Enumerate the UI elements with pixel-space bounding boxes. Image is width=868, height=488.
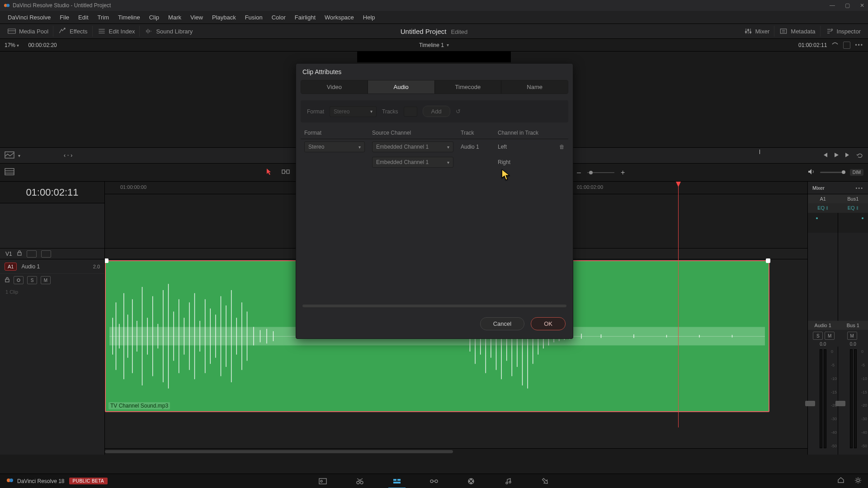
sound-library-icon (144, 28, 153, 35)
chevron-down-icon[interactable]: ▾ (18, 153, 20, 158)
solo-button[interactable]: S (27, 276, 37, 284)
deliver-page-icon[interactable] (540, 477, 550, 485)
menu-file[interactable]: File (56, 12, 73, 23)
timeline-scrollbar[interactable] (105, 448, 807, 455)
row-source-dropdown[interactable]: Embedded Channel 1▾ (372, 141, 453, 152)
svg-point-33 (357, 481, 359, 484)
menu-bar: DaVinci Resolve File Edit Trim Timeline … (0, 11, 868, 23)
first-frame-button[interactable] (822, 152, 828, 159)
loop-button[interactable] (856, 152, 863, 160)
row-format-dropdown[interactable]: Stereo▾ (304, 141, 365, 152)
mixer-options[interactable]: ••• (855, 185, 863, 191)
minimize-button[interactable]: — (830, 2, 835, 9)
effects-icon (58, 28, 67, 35)
chevron-down-icon: ▾ (447, 160, 449, 165)
scrubber-marker (760, 150, 760, 154)
delete-row-button[interactable]: 🗑 (559, 144, 565, 150)
mixer-toggle[interactable]: Mixer (739, 26, 774, 37)
audio-track-header[interactable]: A1 Audio 1 2.0 (0, 259, 104, 274)
auto-select-button[interactable] (14, 276, 24, 284)
menu-edit[interactable]: Edit (74, 12, 92, 23)
maximize-button[interactable]: ▢ (845, 2, 850, 9)
cut-page-icon[interactable] (355, 477, 365, 485)
sound-library-toggle[interactable]: Sound Library (139, 26, 197, 37)
zoom-percent[interactable]: 17% ▾ (5, 42, 19, 48)
volume-slider[interactable] (820, 172, 845, 173)
mute-bus1[interactable]: M (847, 332, 857, 340)
tab-timecode[interactable]: Timecode (435, 80, 502, 94)
menu-view[interactable]: View (186, 12, 207, 23)
settings-icon[interactable] (854, 477, 862, 485)
zoom-out-button[interactable]: – (577, 169, 581, 177)
menu-fusion[interactable]: Fusion (241, 12, 267, 23)
tab-video[interactable]: Video (301, 80, 368, 94)
lock-icon[interactable] (17, 250, 22, 257)
media-pool-toggle[interactable]: Media Pool (3, 26, 53, 37)
pan-bus1[interactable] (838, 213, 868, 233)
fader-a1[interactable]: 0-5-10-15-20-30-40-50 (808, 347, 838, 455)
mute-a1[interactable]: M (825, 332, 835, 340)
menu-color[interactable]: Color (268, 12, 290, 23)
fairlight-page-icon[interactable] (503, 477, 513, 485)
selection-tool-icon[interactable] (266, 168, 272, 177)
next-clip-button[interactable]: › (71, 152, 72, 159)
track-view-a[interactable] (27, 250, 37, 258)
single-viewer-icon[interactable] (843, 42, 850, 49)
inspector-toggle[interactable]: Inspector (820, 26, 865, 37)
bypass-icon[interactable] (831, 41, 839, 49)
audio-track-controls: S M (0, 274, 104, 286)
mute-button[interactable]: M (41, 276, 51, 284)
fader-bus1[interactable]: 0-5-10-15-20-30-40-50 (838, 347, 868, 455)
prev-clip-button[interactable]: ‹ (64, 152, 66, 159)
menu-davinci[interactable]: DaVinci Resolve (4, 12, 55, 23)
dim-button[interactable]: DIM (850, 169, 863, 176)
tab-audio[interactable]: Audio (368, 80, 435, 94)
timeline-view-icon[interactable] (5, 168, 14, 177)
options-menu[interactable]: ••• (855, 42, 863, 48)
grid-body: Stereo▾ Embedded Channel 1▾ Audio 1 Left… (296, 139, 573, 307)
metadata-toggle[interactable]: Metadata (774, 26, 820, 37)
home-icon[interactable] (837, 477, 844, 485)
tab-name[interactable]: Name (501, 80, 568, 94)
mixer-name-a1: Audio 1 (808, 321, 838, 330)
edit-index-icon (97, 28, 106, 35)
color-page-icon[interactable] (466, 477, 476, 485)
effects-toggle[interactable]: Effects (53, 26, 92, 37)
close-button[interactable]: ✕ (860, 2, 864, 9)
edit-page-icon[interactable] (392, 477, 402, 485)
menu-fairlight[interactable]: Fairlight (291, 12, 320, 23)
ok-button[interactable]: OK (531, 317, 566, 330)
menu-playback[interactable]: Playback (208, 12, 240, 23)
playhead[interactable] (678, 182, 679, 427)
menu-trim[interactable]: Trim (94, 12, 113, 23)
fusion-page-icon[interactable] (429, 477, 439, 485)
video-track-header[interactable]: V1 (0, 249, 104, 259)
menu-help[interactable]: Help (359, 12, 379, 23)
dialog-footer: Cancel OK (296, 312, 573, 338)
play-button[interactable] (834, 152, 839, 159)
image-mode-icon[interactable] (5, 151, 14, 160)
zoom-slider[interactable] (587, 172, 614, 173)
menu-workspace[interactable]: Workspace (321, 12, 358, 23)
eq-a1[interactable]: EQ ⦀ (808, 203, 838, 213)
eq-bus1[interactable]: EQ ⦀ (838, 203, 868, 213)
link-tool-icon[interactable] (281, 168, 290, 177)
pan-a1[interactable] (808, 213, 838, 233)
svg-point-32 (321, 480, 322, 482)
menu-timeline[interactable]: Timeline (114, 12, 144, 23)
media-page-icon[interactable] (318, 477, 328, 485)
menu-mark[interactable]: Mark (164, 12, 185, 23)
row-source-dropdown[interactable]: Embedded Channel 1▾ (372, 157, 453, 168)
timeline-selector[interactable]: Timeline 1 ▾ (419, 42, 449, 48)
timeline-timecode: 01:00:02:11 (0, 182, 104, 203)
menu-clip[interactable]: Clip (145, 12, 163, 23)
lock-icon[interactable] (5, 276, 10, 284)
scroll-thumb[interactable] (105, 450, 453, 453)
last-frame-button[interactable] (844, 152, 851, 159)
cancel-button[interactable]: Cancel (480, 317, 524, 330)
edit-index-toggle[interactable]: Edit Index (92, 26, 140, 37)
speaker-icon[interactable] (807, 169, 816, 177)
zoom-in-button[interactable]: + (621, 169, 625, 177)
solo-a1[interactable]: S (813, 332, 823, 340)
track-view-b[interactable] (41, 250, 51, 258)
